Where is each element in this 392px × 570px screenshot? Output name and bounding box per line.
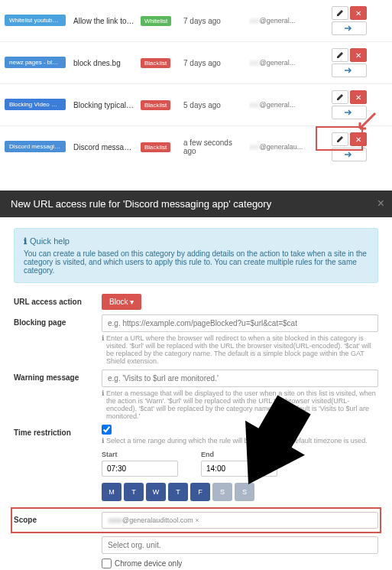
table-row: Blocking Video Sites Blocking typical vi… [0, 84, 392, 126]
day-wed[interactable]: W [146, 483, 166, 501]
edit-button[interactable] [332, 90, 348, 104]
row-time-restriction: Time restriction Select a time range dur… [14, 425, 378, 445]
day-thu[interactable]: T [168, 483, 188, 501]
help-title: Quick help [24, 236, 368, 246]
rule-time: 5 days ago [183, 101, 243, 109]
row-url-action: URL access action Block [14, 294, 378, 310]
edit-button[interactable] [332, 6, 348, 20]
start-time-input[interactable] [102, 461, 178, 477]
rule-user: xxx@general... [249, 101, 318, 109]
day-tue[interactable]: T [124, 483, 144, 501]
category-badge[interactable]: Discord messaging ... [5, 141, 66, 152]
category-badge[interactable]: Whitelist youtube.com/ [5, 15, 66, 26]
chrome-only-checkbox[interactable] [102, 559, 112, 568]
rules-table-section: Whitelist youtube.com/ Allow the link to… [0, 0, 392, 191]
table-row: newz pages - block block dnes.bg Blackli… [0, 42, 392, 84]
blocking-hint: Enter a URL where the browser will redir… [102, 334, 378, 365]
day-mon[interactable]: M [102, 483, 121, 501]
blocking-page-input[interactable] [102, 314, 378, 332]
rule-description: block dnes.bg [73, 59, 134, 67]
type-badge: Blacklist [141, 142, 170, 152]
category-badge[interactable]: newz pages - block [5, 57, 66, 68]
delete-button[interactable]: ✕ [350, 90, 367, 104]
rule-time: a few seconds ago [183, 138, 243, 155]
scope-input[interactable]: xxxx@generalaudittool.com [102, 512, 378, 529]
close-icon[interactable]: × [377, 197, 384, 210]
label-start: Start [102, 451, 178, 458]
org-unit-input[interactable] [102, 536, 378, 554]
rule-description: Blocking typical vi... [73, 101, 134, 109]
rule-description: Discord messagi... [73, 143, 134, 151]
help-body: You can create a rule based on this cate… [24, 249, 368, 275]
arrow-button[interactable] [332, 64, 367, 77]
type-badge: Blacklist [141, 100, 170, 110]
category-badge[interactable]: Blocking Video Sites [5, 99, 66, 110]
label-url-action: URL access action [14, 294, 102, 306]
rule-description: Allow the link to b... [73, 17, 134, 25]
rule-user: xxx@generalau... [249, 143, 318, 151]
big-annotation-arrow [206, 395, 313, 494]
label-time-restriction: Time restriction [14, 425, 102, 437]
time-restriction-checkbox[interactable] [102, 425, 112, 435]
arrow-button[interactable] [332, 21, 367, 35]
row-org-unit: Chrome device only Rule recipients. If n… [14, 536, 378, 570]
rule-time: 7 days ago [183, 59, 243, 67]
warning-input[interactable] [102, 370, 378, 387]
label-scope: Scope [14, 512, 102, 524]
highlight-box-arrow-button [316, 126, 363, 151]
chrome-only-label: Chrome device only [115, 559, 182, 568]
table-row: Whitelist youtube.com/ Allow the link to… [0, 0, 392, 42]
rule-user: xxx@general... [249, 17, 318, 24]
rule-time: 7 days ago [183, 17, 243, 25]
action-dropdown[interactable]: Block [102, 294, 141, 310]
row-blocking-page: Blocking page Enter a URL where the brow… [14, 314, 378, 365]
type-badge: Blacklist [141, 58, 170, 68]
delete-button[interactable]: ✕ [350, 6, 367, 20]
row-scope: Scope xxxx@generalaudittool.com [11, 507, 381, 533]
modal-body: Quick help You can create a rule based o… [0, 217, 392, 570]
label-blocking-page: Blocking page [14, 314, 102, 327]
rule-user: xxx@general... [249, 59, 318, 67]
modal-header: New URL access rule for 'Discord messagi… [0, 191, 392, 217]
scope-tag[interactable]: xxxx@generalaudittool.com [105, 515, 202, 526]
label-warning: Warning message [14, 370, 102, 382]
delete-button[interactable]: ✕ [350, 48, 367, 62]
type-badge: Whitelist [141, 16, 171, 26]
modal: New URL access rule for 'Discord messagi… [0, 191, 392, 570]
edit-button[interactable] [332, 48, 348, 62]
quick-help-box: Quick help You can create a rule based o… [14, 228, 378, 283]
modal-title: New URL access rule for 'Discord messagi… [11, 198, 271, 210]
row-warning: Warning message Enter a message that wil… [14, 370, 378, 420]
